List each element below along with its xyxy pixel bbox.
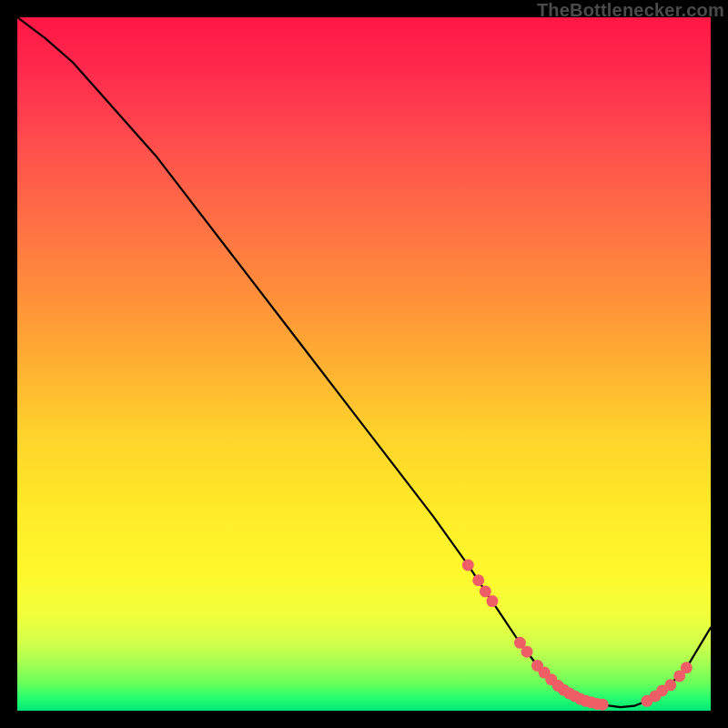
chart-container: TheBottlenecker.com	[0, 0, 728, 728]
data-point	[664, 679, 676, 691]
data-point	[462, 559, 474, 571]
curve-markers	[462, 559, 693, 710]
data-point	[521, 646, 533, 658]
data-point	[480, 585, 491, 597]
data-point	[597, 699, 609, 711]
plot-svg	[17, 17, 711, 711]
plot-area	[17, 17, 711, 711]
data-point	[681, 662, 693, 673]
curve-line	[17, 17, 711, 707]
credit-label: TheBottlenecker.com	[537, 0, 724, 21]
data-point	[486, 595, 498, 607]
data-point	[472, 574, 484, 586]
